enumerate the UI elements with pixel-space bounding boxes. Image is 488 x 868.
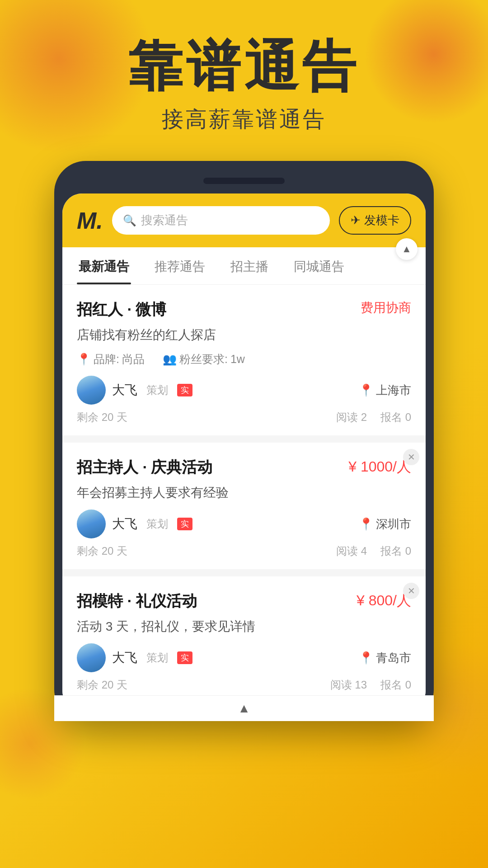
job-card-3[interactable]: ✕ 招模特 · 礼仪活动 ¥ 800/人 活动 3 天，招礼仪，要求见详情 大飞…: [62, 576, 426, 703]
job-title-3: 招模特 · 礼仪活动: [77, 591, 197, 612]
poster-role-1: 策划: [146, 383, 168, 397]
phone-notch: [203, 178, 285, 184]
job-desc-2: 年会招募主持人要求有经验: [77, 484, 411, 501]
hero-subtitle: 接高薪靠谱通告: [0, 105, 488, 134]
job-desc-3: 活动 3 天，招礼仪，要求见详情: [77, 618, 411, 635]
location-2: 📍 深圳市: [359, 516, 411, 532]
job-desc-1: 店铺找有粉丝的红人探店: [77, 326, 411, 344]
applicants-3: 报名 0: [380, 678, 411, 692]
remaining-days-3: 剩余 20 天: [77, 678, 127, 692]
brand-meta-1: 📍 品牌: 尚品: [77, 352, 145, 367]
footer-stats-3: 阅读 13 报名 0: [330, 678, 411, 692]
job-poster-row-2: 大飞 策划 实 📍 深圳市: [77, 509, 411, 538]
location-1: 📍 上海市: [359, 382, 411, 398]
poster-name-1: 大飞: [112, 382, 137, 399]
poster-info-1: 大飞 策划 实: [77, 376, 192, 405]
job-footer-2: 剩余 20 天 阅读 4 报名 0: [77, 544, 411, 558]
avatar-2: [77, 509, 106, 538]
avatar-inner-3: [77, 643, 106, 672]
location-text-1: 上海市: [376, 382, 411, 398]
job-title-2: 招主持人 · 庆典活动: [77, 457, 212, 478]
post-icon: ✈: [351, 213, 361, 227]
job-meta-1: 📍 品牌: 尚品 👥 粉丝要求: 1w: [77, 352, 411, 367]
footer-stats-2: 阅读 4 报名 0: [336, 544, 411, 558]
fans-label-1: 粉丝要求:: [179, 352, 228, 367]
reads-2: 阅读 4: [336, 544, 367, 558]
footer-stats-1: 阅读 2 报名 0: [336, 410, 411, 425]
job-price-1: 费用协商: [361, 299, 411, 316]
app-tabs: ▲ 最新通告 推荐通告 招主播 同城通告: [62, 247, 426, 285]
tab-host[interactable]: 招主播: [229, 247, 270, 284]
search-icon: 🔍: [123, 214, 136, 227]
verified-badge-3: 实: [177, 651, 192, 664]
reads-1: 阅读 2: [336, 410, 367, 425]
job-card-1-header: 招红人 · 微博 费用协商: [77, 299, 411, 320]
bottom-arrow-icon: ▲: [238, 701, 250, 710]
avatar-inner-1: [77, 376, 106, 405]
post-label: 发模卡: [364, 212, 399, 228]
poster-info-3: 大飞 策划 实: [77, 643, 192, 672]
search-bar[interactable]: 🔍 搜索通告: [112, 206, 330, 235]
close-button-2[interactable]: ✕: [403, 449, 419, 465]
job-price-3: ¥ 800/人: [357, 591, 411, 611]
verified-badge-2: 实: [177, 518, 192, 530]
verified-badge-1: 实: [177, 384, 192, 396]
avatar-inner-2: [77, 509, 106, 538]
reads-3: 阅读 13: [330, 678, 367, 692]
phone-notch-area: [62, 172, 426, 190]
job-poster-row-3: 大飞 策划 实 📍 青岛市: [77, 643, 411, 672]
hero-title: 靠谱通告: [0, 36, 488, 96]
job-poster-row-1: 大飞 策划 实 📍 上海市: [77, 376, 411, 405]
job-footer-3: 剩余 20 天 阅读 13 报名 0: [77, 678, 411, 692]
tab-recommended[interactable]: 推荐通告: [153, 247, 207, 284]
poster-role-2: 策划: [146, 517, 168, 531]
tab-latest[interactable]: 最新通告: [77, 247, 131, 284]
close-button-3[interactable]: ✕: [403, 583, 419, 599]
phone-frame: M. 🔍 搜索通告 ✈ 发模卡 ▲ 最新通告 推荐通告: [54, 161, 434, 721]
job-title-1: 招红人 · 微博: [77, 299, 166, 320]
fans-icon-1: 👥: [163, 353, 177, 366]
fans-value-1: 1w: [230, 353, 245, 366]
phone-screen: M. 🔍 搜索通告 ✈ 发模卡 ▲ 最新通告 推荐通告: [62, 193, 426, 710]
applicants-2: 报名 0: [380, 544, 411, 558]
location-pin-icon-1: 📍: [359, 383, 373, 397]
poster-info-2: 大飞 策划 实: [77, 509, 192, 538]
job-footer-1: 剩余 20 天 阅读 2 报名 0: [77, 410, 411, 425]
phone-wrapper: M. 🔍 搜索通告 ✈ 发模卡 ▲ 最新通告 推荐通告: [0, 161, 488, 721]
tab-local[interactable]: 同城通告: [292, 247, 346, 284]
brand-label-1: 品牌:: [94, 352, 119, 367]
fans-meta-1: 👥 粉丝要求: 1w: [163, 352, 245, 367]
poster-name-2: 大飞: [112, 515, 137, 533]
location-pin-icon-2: 📍: [359, 517, 373, 531]
job-card-3-header: 招模特 · 礼仪活动 ¥ 800/人: [77, 591, 411, 612]
app-header: M. 🔍 搜索通告 ✈ 发模卡: [62, 193, 426, 247]
post-button[interactable]: ✈ 发模卡: [339, 206, 411, 235]
location-3: 📍 青岛市: [359, 650, 411, 666]
location-pin-icon-3: 📍: [359, 651, 373, 665]
bottom-hint: ▲: [62, 695, 426, 710]
poster-role-3: 策划: [146, 651, 168, 665]
hero-section: 靠谱通告 接高薪靠谱通告: [0, 0, 488, 134]
job-card-1[interactable]: 招红人 · 微博 费用协商 店铺找有粉丝的红人探店 📍 品牌: 尚品 👥 粉丝要…: [62, 285, 426, 435]
applicants-1: 报名 0: [380, 410, 411, 425]
remaining-days-1: 剩余 20 天: [77, 410, 127, 425]
poster-name-3: 大飞: [112, 649, 137, 666]
avatar-1: [77, 376, 106, 405]
app-logo: M.: [77, 207, 103, 234]
remaining-days-2: 剩余 20 天: [77, 544, 127, 558]
location-text-2: 深圳市: [376, 516, 411, 532]
brand-value-1: 尚品: [122, 352, 145, 367]
job-price-2: ¥ 1000/人: [348, 457, 411, 477]
job-card-2[interactable]: ✕ 招主持人 · 庆典活动 ¥ 1000/人 年会招募主持人要求有经验 大飞 策…: [62, 443, 426, 569]
location-text-3: 青岛市: [376, 650, 411, 666]
avatar-3: [77, 643, 106, 672]
job-card-2-header: 招主持人 · 庆典活动 ¥ 1000/人: [77, 457, 411, 478]
search-placeholder: 搜索通告: [141, 212, 188, 228]
scroll-top-button[interactable]: ▲: [396, 238, 418, 260]
location-icon-1: 📍: [77, 353, 91, 366]
job-list: 招红人 · 微博 费用协商 店铺找有粉丝的红人探店 📍 品牌: 尚品 👥 粉丝要…: [62, 285, 426, 703]
